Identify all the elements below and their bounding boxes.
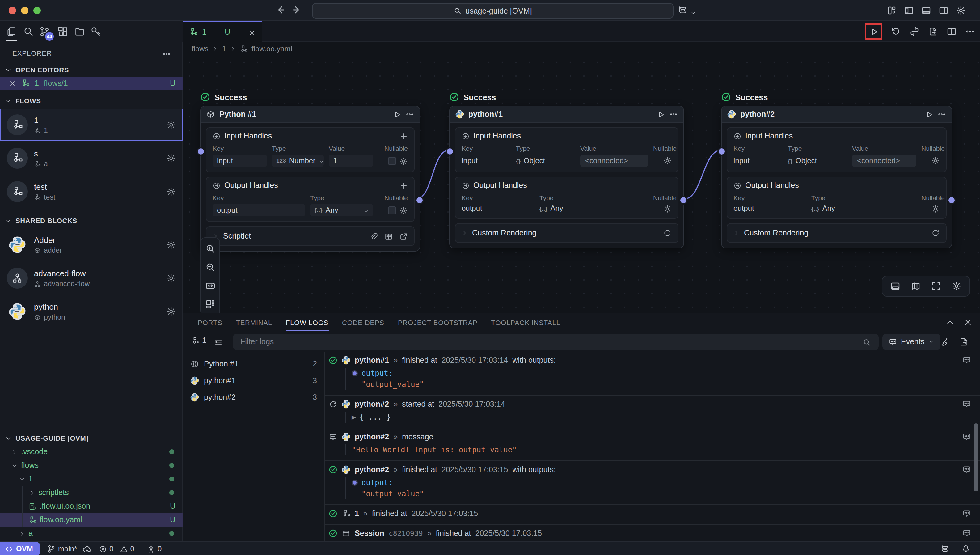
shared-block-item[interactable]: python python [0, 295, 183, 327]
type-select[interactable]: {..} Any [310, 204, 373, 217]
command-center-search[interactable]: usage-guide [OVM] [312, 3, 674, 19]
clear-logs-icon[interactable] [940, 337, 950, 347]
copilot-icon[interactable] [678, 6, 688, 16]
tree-item[interactable]: flows [0, 459, 183, 472]
handle-settings-gear-icon[interactable] [931, 204, 940, 213]
minimize-window-button[interactable] [21, 7, 29, 14]
scriptlet-section[interactable]: Scriptlet [206, 226, 415, 246]
node-more-icon[interactable] [405, 110, 414, 119]
fullscreen-icon[interactable] [931, 281, 941, 291]
ports-item[interactable]: 0 [147, 542, 162, 555]
value-field[interactable]: 1 [329, 154, 373, 167]
run-node-icon[interactable] [393, 110, 401, 119]
flow-node-python#1[interactable]: Success python#1 Input Handles [449, 91, 684, 248]
flow-settings-gear-icon[interactable] [166, 153, 176, 163]
flows-section-header[interactable]: FLOWS [0, 94, 188, 107]
zoom-out-icon[interactable] [205, 262, 215, 273]
tree-item[interactable]: .flow.ui.oo.json U [0, 499, 183, 513]
events-filter-dropdown[interactable]: Events [882, 334, 940, 350]
folder-icon[interactable] [74, 26, 85, 37]
panel-tab[interactable]: PORTS [198, 314, 222, 331]
log-entry[interactable]: python#2 » message "Hello World! Input i… [325, 428, 980, 461]
log-view-mode-icon[interactable] [214, 337, 223, 347]
handle-settings-gear-icon[interactable] [663, 156, 672, 165]
open-external-icon[interactable] [399, 232, 408, 241]
output-port[interactable] [947, 196, 956, 205]
panel-tab[interactable]: CODE DEPS [342, 314, 384, 331]
log-source-item[interactable]: python#1 3 [183, 372, 324, 389]
fit-width-icon[interactable] [205, 281, 215, 291]
open-editor-item[interactable]: 1 flows/1 U [0, 77, 183, 90]
breadcrumb-item[interactable]: flows [192, 45, 208, 53]
export-logs-icon[interactable] [959, 337, 969, 347]
tree-item[interactable]: scriptlets [0, 486, 183, 499]
comment-icon[interactable] [962, 432, 971, 441]
customize-layout-icon[interactable] [887, 6, 897, 16]
filter-logs-input[interactable] [233, 334, 879, 350]
toggle-sidebar-icon[interactable] [904, 6, 914, 16]
shared-blocks-section-header[interactable]: SHARED BLOCKS [0, 214, 188, 228]
log-entry[interactable]: python#1 » finished at 2025/5/30 17:03:1… [325, 352, 980, 396]
flow-node-python#2[interactable]: Success python#2 Input Handles [721, 91, 952, 248]
attach-icon[interactable] [370, 232, 378, 241]
close-icon[interactable] [9, 80, 16, 87]
git-branch-item[interactable]: main* [47, 542, 91, 555]
search-view-icon[interactable] [23, 26, 34, 37]
block-settings-gear-icon[interactable] [166, 240, 176, 250]
settings-gear-icon[interactable] [956, 6, 966, 16]
nullable-checkbox[interactable] [388, 157, 396, 165]
log-scrollbar[interactable] [974, 423, 978, 491]
flow-list-item[interactable]: s a [0, 142, 183, 174]
flow-list-item[interactable]: 1 1 [0, 109, 183, 141]
open-editors-header[interactable]: OPEN EDITORS [0, 63, 188, 77]
maximize-panel-icon[interactable] [945, 318, 955, 327]
close-window-button[interactable] [9, 7, 16, 14]
nullable-checkbox[interactable] [388, 207, 396, 215]
run-flow-button[interactable] [869, 27, 878, 36]
toggle-panel-icon[interactable] [921, 6, 931, 16]
problems-item[interactable]: 0 0 [99, 542, 135, 555]
tree-item[interactable]: .vscode [0, 445, 183, 459]
block-settings-gear-icon[interactable] [166, 306, 176, 316]
explorer-icon[interactable] [6, 26, 17, 37]
copilot-status-icon[interactable] [940, 542, 950, 555]
flow-list-item[interactable]: test test [0, 175, 183, 208]
shared-block-item[interactable]: Adder adder [0, 229, 183, 261]
zoom-in-icon[interactable] [205, 244, 215, 254]
explorer-more-actions-icon[interactable] [162, 50, 171, 59]
input-port[interactable] [445, 147, 454, 156]
breadcrumb-item[interactable]: 1 [222, 45, 226, 53]
custom-rendering-section[interactable]: Custom Rendering [455, 223, 679, 242]
maximize-window-button[interactable] [34, 7, 41, 14]
tree-item[interactable]: 1 [0, 472, 183, 486]
log-source-item[interactable]: Python #1 2 [183, 355, 324, 372]
tree-item[interactable]: flow.oo.yaml U [0, 513, 183, 526]
shared-block-item[interactable]: advanced-flow advanced-flow [0, 262, 183, 294]
comment-icon[interactable] [962, 399, 971, 409]
more-actions-icon[interactable] [965, 27, 975, 37]
sync-cloud-icon[interactable] [82, 544, 91, 553]
close-panel-icon[interactable] [963, 318, 973, 327]
back-icon[interactable] [275, 5, 285, 15]
extensions-icon[interactable] [58, 26, 69, 37]
input-port[interactable] [717, 147, 726, 156]
split-editor-icon[interactable] [946, 27, 956, 37]
handle-settings-gear-icon[interactable] [399, 156, 408, 165]
minimap-icon[interactable] [911, 281, 921, 291]
add-input-icon[interactable] [400, 132, 408, 140]
log-entry[interactable]: Session c8210939 » finished at 2025/5/30… [325, 525, 980, 542]
custom-rendering-section[interactable]: Custom Rendering [727, 223, 946, 242]
handle-settings-gear-icon[interactable] [399, 206, 408, 215]
collapsed-object[interactable]: ▶{ ... } [352, 412, 955, 423]
export-file-icon[interactable] [928, 27, 938, 37]
output-port[interactable] [679, 196, 688, 205]
toggle-panel-icon[interactable] [890, 281, 900, 291]
node-more-icon[interactable] [937, 110, 946, 119]
flow-settings-gear-icon[interactable] [166, 187, 176, 197]
notifications-bell-icon[interactable] [961, 542, 970, 555]
log-entry[interactable]: python#2 » started at 2025/5/30 17:03:14… [325, 396, 980, 428]
panel-tab[interactable]: TOOLPACK INSTALL [491, 314, 560, 331]
flow-canvas[interactable]: Success Python #1 Input Handles [183, 56, 980, 313]
handle-settings-gear-icon[interactable] [931, 156, 940, 165]
editor-tab[interactable]: 1 U [183, 21, 262, 42]
